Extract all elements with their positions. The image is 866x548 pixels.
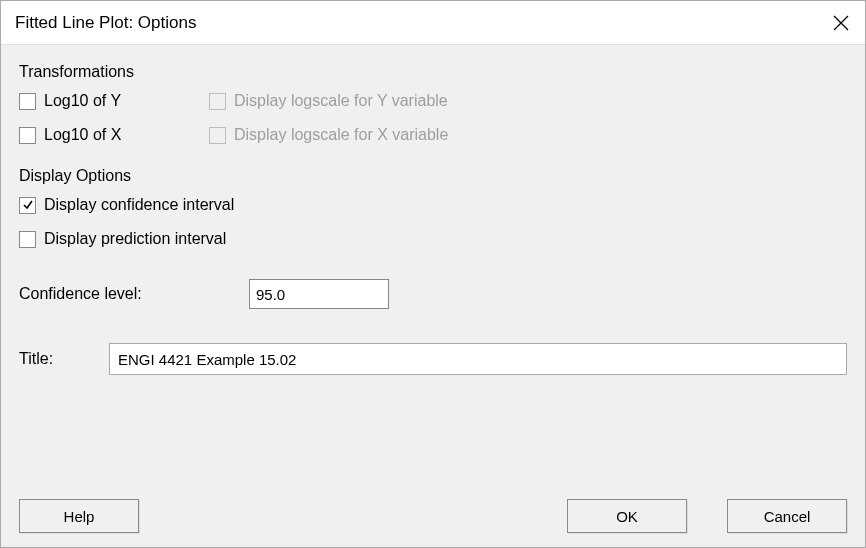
button-row: Help OK Cancel <box>19 499 847 533</box>
title-label: Title: <box>19 350 109 368</box>
checkbox-label-log10-y[interactable]: Log10 of Y <box>44 92 121 110</box>
display-options-heading: Display Options <box>19 167 847 185</box>
title-row: Title: <box>19 343 847 375</box>
checkbox-log10-x[interactable] <box>19 127 36 144</box>
checkbox-prediction-interval[interactable] <box>19 231 36 248</box>
dialog-title: Fitted Line Plot: Options <box>15 13 196 33</box>
transformations-heading: Transformations <box>19 63 847 81</box>
checkbox-row-log10-y: Log10 of Y <box>19 87 209 115</box>
close-icon[interactable] <box>829 11 853 35</box>
display-options-group: Display confidence interval Display pred… <box>19 191 847 253</box>
checkbox-log10-y[interactable] <box>19 93 36 110</box>
checkbox-label-prediction-interval[interactable]: Display prediction interval <box>44 230 226 248</box>
checkbox-row-logscale-y: Display logscale for Y variable <box>209 87 448 115</box>
titlebar: Fitted Line Plot: Options <box>1 1 865 45</box>
checkbox-logscale-y <box>209 93 226 110</box>
transformations-group: Log10 of Y Log10 of X Display logscale f… <box>19 87 847 155</box>
checkbox-label-log10-x[interactable]: Log10 of X <box>44 126 121 144</box>
ok-button[interactable]: OK <box>567 499 687 533</box>
confidence-level-input[interactable] <box>249 279 389 309</box>
help-button[interactable]: Help <box>19 499 139 533</box>
confidence-level-label: Confidence level: <box>19 285 249 303</box>
checkbox-label-logscale-y: Display logscale for Y variable <box>234 92 448 110</box>
checkbox-label-confidence-interval[interactable]: Display confidence interval <box>44 196 234 214</box>
checkbox-confidence-interval[interactable] <box>19 197 36 214</box>
title-input[interactable] <box>109 343 847 375</box>
checkbox-label-logscale-x: Display logscale for X variable <box>234 126 448 144</box>
dialog-window: Fitted Line Plot: Options Transformation… <box>0 0 866 548</box>
checkbox-row-confidence-interval: Display confidence interval <box>19 191 847 219</box>
confidence-level-row: Confidence level: <box>19 279 847 309</box>
checkbox-row-log10-x: Log10 of X <box>19 121 209 149</box>
cancel-button[interactable]: Cancel <box>727 499 847 533</box>
dialog-content: Transformations Log10 of Y Log10 of X <box>1 45 865 375</box>
checkbox-row-prediction-interval: Display prediction interval <box>19 225 847 253</box>
checkbox-row-logscale-x: Display logscale for X variable <box>209 121 448 149</box>
checkbox-logscale-x <box>209 127 226 144</box>
